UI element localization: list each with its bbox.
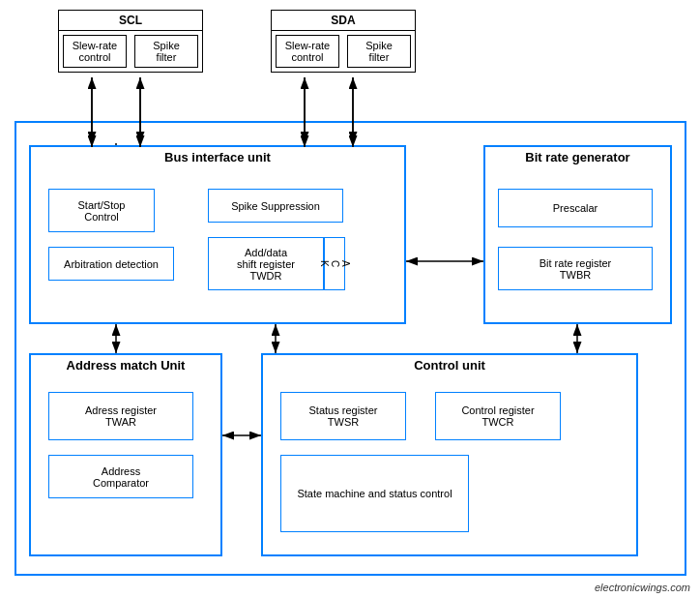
sda-inner: Slew-ratecontrol Spikefilter xyxy=(272,31,415,72)
bus-interface-title: Bus interface unit xyxy=(31,147,404,167)
addr-comparator-box: AddressComparator xyxy=(48,455,193,498)
control-reg-box: Control registerTWCR xyxy=(435,392,561,440)
status-reg-label: Status registerTWSR xyxy=(309,404,378,428)
prescalar-label: Prescalar xyxy=(553,202,598,214)
prescalar-box: Prescalar xyxy=(498,189,653,227)
add-data-box: Add/datashift registerTWDR xyxy=(208,237,324,290)
diagram-container: SCL Slew-ratecontrol Spikefilter SDA Sle… xyxy=(0,0,700,598)
arbitration-box: Arbitration detection xyxy=(48,247,174,281)
address-match-title: Address match Unit xyxy=(31,355,220,375)
spike-suppression-label: Spike Suppression xyxy=(231,200,320,212)
addr-comparator-label: AddressComparator xyxy=(93,465,149,489)
addr-reg-label: Adress registerTWAR xyxy=(85,404,157,428)
addr-reg-box: Adress registerTWAR xyxy=(48,392,193,440)
bit-rate-gen-box: Bit rate generator xyxy=(483,145,672,324)
start-stop-box: Start/StopControl xyxy=(48,189,155,232)
watermark: electronicwings.com xyxy=(595,582,690,593)
bit-rate-gen-title: Bit rate generator xyxy=(485,147,670,167)
bit-rate-reg-box: Bit rate registerTWBR xyxy=(498,247,653,290)
state-machine-label: State machine and status control xyxy=(297,488,452,499)
spike-suppression-box: Spike Suppression xyxy=(208,189,343,223)
ack-box: ACK xyxy=(324,237,345,290)
bit-rate-reg-label: Bit rate registerTWBR xyxy=(540,257,612,281)
arbitration-label: Arbitration detection xyxy=(64,258,159,270)
scl-inner: Slew-ratecontrol Spikefilter xyxy=(59,31,202,72)
start-stop-label: Start/StopControl xyxy=(78,199,126,223)
sda-spike-filter: Spikefilter xyxy=(347,35,411,68)
sda-box: SDA Slew-ratecontrol Spikefilter xyxy=(271,10,416,73)
sda-title: SDA xyxy=(272,11,415,31)
ack-label: ACK xyxy=(319,260,351,267)
add-data-label: Add/datashift registerTWDR xyxy=(237,247,295,282)
status-reg-box: Status registerTWSR xyxy=(280,392,406,440)
scl-slew-rate: Slew-ratecontrol xyxy=(63,35,127,68)
scl-title: SCL xyxy=(59,11,202,31)
bus-interface-box: Bus interface unit xyxy=(29,145,406,324)
sda-slew-rate: Slew-ratecontrol xyxy=(276,35,339,68)
scl-box: SCL Slew-ratecontrol Spikefilter xyxy=(58,10,203,73)
control-reg-label: Control registerTWCR xyxy=(461,404,534,428)
state-machine-box: State machine and status control xyxy=(280,455,469,532)
scl-spike-filter: Spikefilter xyxy=(134,35,198,68)
control-unit-title: Control unit xyxy=(263,355,636,375)
